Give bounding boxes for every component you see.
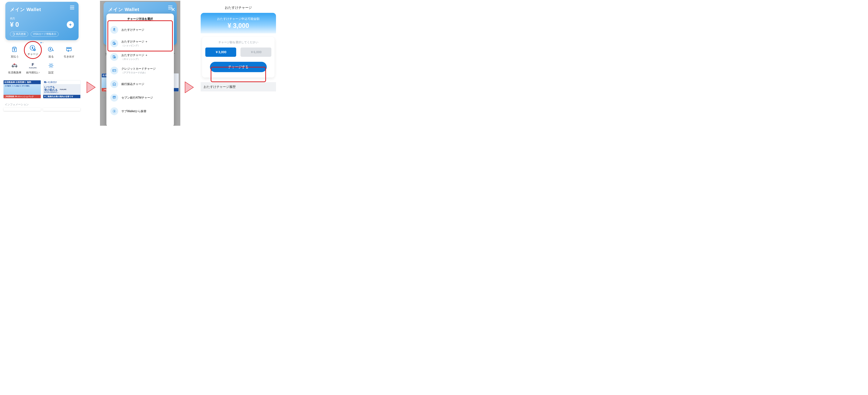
banner-rescue-mid: カギ紛失 トイレ詰まり ガラス割れ <box>4 84 41 95</box>
banner-fukube-mid1: いつでも <box>44 86 55 89</box>
otasuke-plus-icon <box>110 53 118 61</box>
sheet-item-label: おたすけチャージ <box>121 28 144 32</box>
action-pay[interactable]: 支払う <box>6 46 24 58</box>
available-amount: ¥ 3,000 <box>204 22 273 29</box>
info-cards <box>2 108 82 111</box>
reload-icon <box>12 33 15 35</box>
banner-fukube-brand: FUKUPE <box>60 89 66 90</box>
highlight-circle: チャージ <box>24 41 42 59</box>
otasuke-plus-icon <box>110 39 118 47</box>
sheet-item-sublabel: （キャッシング） <box>121 58 148 61</box>
action-send[interactable]: 送る <box>42 46 60 58</box>
svg-marker-10 <box>87 82 95 93</box>
info-card[interactable] <box>43 108 80 111</box>
action-fukube[interactable]: FFUKUPE 給与前払い <box>24 62 42 74</box>
banner-rescue-top: 生活救急車 出張見積り 無料 <box>4 80 41 84</box>
credit-card-icon <box>110 67 118 74</box>
action-withdraw-label: 引き出す <box>60 55 79 58</box>
action-settings[interactable]: 設定 <box>42 62 60 74</box>
pager-dots <box>2 41 82 43</box>
svg-rect-16 <box>113 69 116 71</box>
wallet-card[interactable]: メイン Wallet 残高 ¥ 0 + 残高更新 VISAカード情報表示 <box>5 2 79 40</box>
svg-rect-4 <box>66 47 71 51</box>
sheet-item-label: 銀行振込チャージ <box>121 82 144 86</box>
amount-option-3000[interactable]: ￥3,000 <box>205 48 236 57</box>
visa-info-chip[interactable]: VISAカード情報表示 <box>31 32 59 37</box>
page-title: おたすけチャージ <box>198 1 279 13</box>
sheet-item-sublabel: （アプラスカードのみ） <box>121 71 156 74</box>
close-icon[interactable]: ✕ <box>171 6 175 13</box>
amount-prompt: チャージ額を選択してください <box>205 40 271 44</box>
action-rescue-label: 生活救急車 <box>6 71 24 74</box>
atm-icon <box>110 94 118 101</box>
send-icon <box>47 46 55 54</box>
screen-wallet-home: メイン Wallet 残高 ¥ 0 + 残高更新 VISAカード情報表示 支払う <box>2 1 82 126</box>
svg-point-6 <box>12 66 13 67</box>
charge-method-sub-wallet[interactable]: サブWalletから振替 <box>106 104 174 118</box>
info-card[interactable] <box>4 108 41 111</box>
refresh-balance-label: 残高更新 <box>16 32 26 36</box>
flow-arrow <box>185 81 194 94</box>
banner-row: 生活救急車 出張見積り 無料 カギ紛失 トイレ詰まり ガラス割れ ご利用特典 3… <box>2 74 82 98</box>
action-settings-label: 設定 <box>42 71 60 74</box>
wallet-title: メイン Wallet <box>10 6 74 13</box>
withdraw-icon <box>65 46 73 54</box>
action-send-label: 送る <box>42 55 60 58</box>
action-withdraw[interactable]: 引き出す <box>60 46 79 58</box>
sheet-item-label: セブン銀行ATMチャージ <box>121 96 153 100</box>
flow-arrow <box>86 81 96 94</box>
balance-label: 残高 <box>10 17 74 20</box>
fukube-icon: FFUKUPE <box>29 62 37 69</box>
amount-option-6000: ￥6,000 <box>241 48 271 57</box>
rescue-icon <box>11 62 19 69</box>
banner-fukube-mid2: 受け取れる <box>44 88 58 91</box>
otasuke-icon <box>110 26 118 34</box>
gear-icon <box>47 62 55 69</box>
svg-rect-5 <box>67 48 71 49</box>
action-charge-label: チャージ <box>28 53 38 56</box>
banner-rescue[interactable]: 生活救急車 出張見積り 無料 カギ紛失 トイレ詰まり ガラス割れ ご利用特典 3… <box>4 80 41 98</box>
bank-icon <box>110 80 118 88</box>
wallet-title: メイン Wallet <box>108 6 172 13</box>
pay-icon <box>11 46 19 54</box>
action-charge[interactable]: チャージ <box>24 46 42 58</box>
charge-method-otasuke-plus-cashing[interactable]: おたすけチャージ ＋ （キャッシング） <box>106 50 174 64</box>
charge-method-seven-atm[interactable]: セブン銀行ATMチャージ <box>106 91 174 104</box>
sheet-item-sublabel: （ショッピング） <box>121 44 148 47</box>
screen-otasuke-charge: おたすけチャージ おたすけチャージ申込可能金額 ¥ 3,000 チャージ額を選択… <box>198 1 279 126</box>
screen-charge-method: メイン Wallet 残 支 出す 生活救急車 ご利用特典 要です インフォ ✕… <box>100 1 180 126</box>
sheet-item-label: おたすけチャージ ＋ <box>121 40 148 43</box>
refresh-balance-chip[interactable]: 残高更新 <box>10 32 28 37</box>
svg-marker-20 <box>185 82 193 93</box>
action-pay-label: 支払う <box>6 55 24 58</box>
menu-icon[interactable] <box>70 6 74 9</box>
charge-submit-button[interactable]: チャージする <box>210 62 267 72</box>
action-rescue[interactable]: 生活救急車 <box>6 62 24 74</box>
charge-method-credit-card[interactable]: クレジットカードチャージ （アプラスカードのみ） <box>106 64 174 77</box>
charge-method-otasuke[interactable]: おたすけチャージ <box>106 23 174 37</box>
info-heading: インフォメーション <box>2 98 82 108</box>
balance-value: ¥ 0 <box>10 21 19 28</box>
charge-history-row[interactable]: おたすけチャージ履歴 <box>201 82 276 91</box>
svg-rect-8 <box>13 64 15 64</box>
svg-point-7 <box>16 66 17 67</box>
banner-fukube-sub: 給与相当額随時払い <box>44 92 59 93</box>
sheet-item-label: おたすけチャージ ＋ <box>121 53 148 57</box>
banner-fukube[interactable]: 働いた分だけ いつでも 受け取れる 給与相当額随時払い FUKUPE ※ご勤務先… <box>43 80 80 98</box>
available-card: おたすけチャージ申込可能金額 ¥ 3,000 <box>201 13 276 33</box>
charge-method-bank-transfer[interactable]: 銀行振込チャージ <box>106 77 174 91</box>
amount-select-card: チャージ額を選択してください ￥3,000 ￥6,000 チャージする <box>202 37 275 78</box>
transfer-icon <box>110 107 118 115</box>
sheet-title: チャージ方法を選択 <box>106 17 174 21</box>
action-fukube-label: 給与前払い <box>24 71 42 74</box>
charge-method-otasuke-plus-shopping[interactable]: おたすけチャージ ＋ （ショッピング） <box>106 37 174 50</box>
add-funds-button[interactable]: + <box>67 21 74 28</box>
sheet-item-label: サブWalletから振替 <box>121 110 146 113</box>
charge-icon <box>29 44 37 52</box>
banner-fukube-top: 働いた分だけ <box>43 80 80 84</box>
charge-method-sheet: チャージ方法を選択 おたすけチャージ おたすけチャージ ＋ （ショッピング） <box>106 13 174 126</box>
available-label: おたすけチャージ申込可能金額 <box>204 17 273 21</box>
svg-point-9 <box>50 64 52 66</box>
banner-rescue-bot: ご利用特典 3% キャッシュバック <box>4 95 41 98</box>
svg-rect-18 <box>114 97 115 97</box>
